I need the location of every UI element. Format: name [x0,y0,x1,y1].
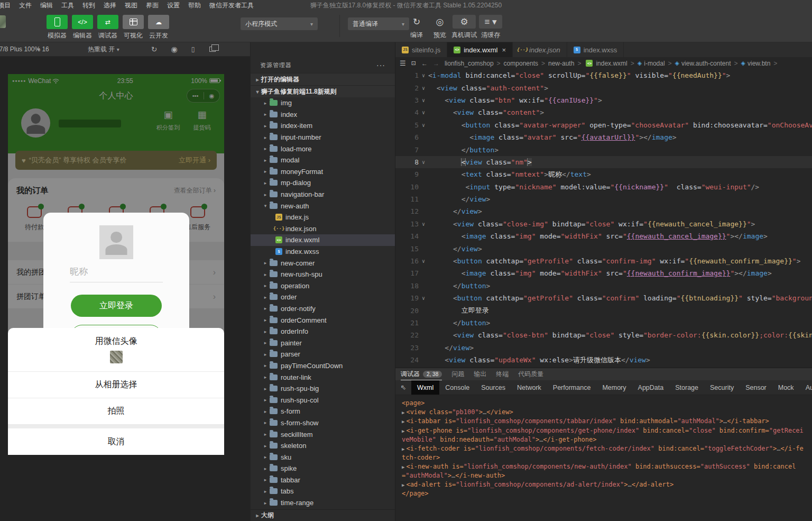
expand-arrow-icon[interactable]: ▶ [402,464,404,470]
devtools-tab-Memory[interactable]: Memory [596,380,632,395]
code-line-3[interactable]: 3∨ <view class="btn" wx:if="{{canIUse}}"… [395,94,812,106]
tree-item-tabs[interactable]: ▸tabs [251,486,395,497]
tree-item-tabbar[interactable]: ▸tabbar [251,474,395,486]
wxml-node[interactable]: ▶<i-get-phone is="lionfish_comshop/compo… [402,426,806,444]
devtools-tab-Network[interactable]: Network [511,380,547,395]
code-line-9[interactable]: 9 <text class="nmtext">昵称</text> [395,168,812,180]
menu-item-项目[interactable]: 项目 [0,1,15,10]
tree-item-index-item[interactable]: ▸index-item [251,120,395,132]
sheet-item-用微信头像[interactable]: 用微信头像 [8,328,224,372]
breadcrumb-item-view.auth-content[interactable]: ◈view.auth-content [675,60,731,67]
tree-item-index.wxml[interactable]: <>index.wxml [251,234,395,246]
tree-item-s-form[interactable]: ▸s-form [251,406,395,417]
fold-icon[interactable]: ∨ [419,221,428,227]
tree-item-new-auth[interactable]: ▾new-auth [251,200,395,212]
user-avatar[interactable] [0,15,6,28]
tree-item-order[interactable]: ▸order [251,291,395,303]
wxml-node[interactable]: ▶<i-fetch-coder is="lionfish_comshop/com… [402,444,806,462]
devtools-tab-Audits[interactable]: Audits [800,380,812,395]
fold-icon[interactable]: ∨ [419,85,428,91]
bookmark-icon[interactable]: ⊡ [411,60,416,67]
wxml-node[interactable]: ▶<i-new-auth is="lionfish_comshop/compon… [402,462,806,480]
tree-item-img[interactable]: ▸img [251,97,395,109]
record-icon[interactable]: ◉ [171,45,177,53]
sheet-item-从相册选择[interactable]: 从相册选择 [8,372,224,398]
expand-arrow-icon[interactable]: ▶ [402,482,404,488]
code-line-5[interactable]: 5∨ <button class="avatar-wrapper" open-t… [395,119,812,131]
forward-icon[interactable]: → [433,60,439,67]
mode-button-编辑器[interactable]: </>编辑器 [70,15,95,40]
tree-item-order-notify[interactable]: ▸order-notify [251,303,395,315]
code-line-7[interactable]: 7 </button> [395,143,812,156]
devtools-tab-AppData[interactable]: AppData [632,380,670,395]
mode-button-调试器[interactable]: ⇄调试器 [96,15,120,40]
tree-item-spike[interactable]: ▸spike [251,463,395,474]
mode-button-云开发[interactable]: ☁云开发 [146,15,171,40]
tree-item-moneyFormat[interactable]: ▸moneyFormat [251,166,395,178]
devtools-tab-Storage[interactable]: Storage [669,380,704,395]
tab-siteinfo.js[interactable]: JSsiteinfo.js [395,42,447,57]
tree-item-payTimeCountDown[interactable]: ▸payTimeCountDown [251,360,395,372]
avatar-placeholder[interactable] [99,225,133,259]
sheet-item-拍照[interactable]: 拍照 [8,398,224,425]
menu-item-设置[interactable]: 设置 [163,1,184,10]
panel-tab-终端[interactable]: 终端 [496,368,509,380]
tree-item-parser[interactable]: ▸parser [251,349,395,360]
tree-item-modal[interactable]: ▸modal [251,154,395,166]
fold-icon[interactable]: ∨ [419,122,428,128]
menu-item-转到[interactable]: 转到 [78,1,99,10]
panel-tab-代码质量[interactable]: 代码质量 [518,368,543,380]
close-icon[interactable]: × [502,46,506,54]
breadcrumb-item-view.btn[interactable]: ◈view.btn [741,60,771,67]
code-line-11[interactable]: 11 </view> [395,193,812,205]
explorer-section-狮子鱼修复前端11.8新规则[interactable]: ▾狮子鱼修复前端11.8新规则 [251,85,395,97]
tab-index.json[interactable]: {··}index.json [513,42,567,57]
tree-item-index[interactable]: ▸index [251,109,395,121]
code-area[interactable]: 1∨<i-modal bind:cancel="close" scrollUp=… [395,69,812,368]
explorer-section-打开的编辑器[interactable]: ▸打开的编辑器 [251,73,395,85]
tree-item-input-number[interactable]: ▸input-number [251,132,395,143]
mode-button-可视化[interactable]: 可视化 [121,15,145,40]
inspect-element-icon[interactable]: ⇖ [395,383,411,391]
panel-tab-问题[interactable]: 问题 [451,368,464,380]
code-line-16[interactable]: 16∨ <button catchtap="getProfile" class=… [395,255,812,267]
code-line-17[interactable]: 17 <image class="img" mode="widthFix" sr… [395,267,812,279]
menu-item-编辑[interactable]: 编辑 [36,1,57,10]
code-line-8[interactable]: 8∨ <view class="nm"> [395,156,812,168]
tree-item-s-form-show[interactable]: ▸s-form-show [251,417,395,429]
code-line-2[interactable]: 2∨ <view class="auth-content"> [395,81,812,94]
code-line-14[interactable]: 14 <image class="img" mode="widthFix" sr… [395,230,812,242]
breadcrumb-item-new-auth[interactable]: new-auth [548,60,574,67]
action-预览[interactable]: ◎预览 [426,15,454,40]
code-line-10[interactable]: 10 <input type="nickname" model:value="{… [395,181,812,193]
expand-arrow-icon[interactable]: ▶ [402,446,404,452]
expand-arrow-icon[interactable]: ▶ [402,410,404,415]
fold-icon[interactable]: ∨ [419,258,428,264]
code-line-18[interactable]: 18 </button> [395,280,812,292]
tree-item-operation[interactable]: ▸operation [251,280,395,292]
breadcrumb-item-index.wxml[interactable]: <>index.wxml [584,60,627,67]
devtools-tab-Security[interactable]: Security [704,380,740,395]
tree-item-mp-dialog[interactable]: ▸mp-dialog [251,177,395,189]
wxml-node[interactable]: ▶<view class="pb100">…</view> [402,408,806,417]
code-line-23[interactable]: 23 </view> [395,342,812,354]
tree-item-skeleton[interactable]: ▸skeleton [251,440,395,452]
menu-item-帮助[interactable]: 帮助 [184,1,205,10]
rotate-icon[interactable]: ↻ [151,45,158,53]
fold-icon[interactable]: ∨ [419,159,428,165]
compile-dropdown[interactable]: 普通编译 ▾ [348,17,409,30]
sheet-cancel-button[interactable]: 取消 [8,428,224,455]
menu-item-界面[interactable]: 界面 [142,1,163,10]
breadcrumb-item-components[interactable]: components [504,60,538,67]
mode-button-模拟器[interactable]: 模拟器 [45,15,69,40]
code-line-4[interactable]: 4∨ <view class="content"> [395,106,812,118]
nickname-input[interactable]: 昵称 [70,266,163,282]
menu-icon[interactable]: ☰ [400,59,406,67]
tree-item-new-comer[interactable]: ▸new-comer [251,257,395,269]
tree-item-rush-spu-col[interactable]: ▸rush-spu-col [251,394,395,406]
wxml-tree[interactable]: <page>▶<view class="pb100">…</view>▶<i-t… [395,395,812,508]
code-line-1[interactable]: 1∨<i-modal bind:cancel="close" scrollUp=… [395,69,812,81]
devtools-tab-Mock[interactable]: Mock [772,380,800,395]
fold-icon[interactable]: ∨ [419,295,428,301]
expand-arrow-icon[interactable]: ▶ [402,428,404,434]
